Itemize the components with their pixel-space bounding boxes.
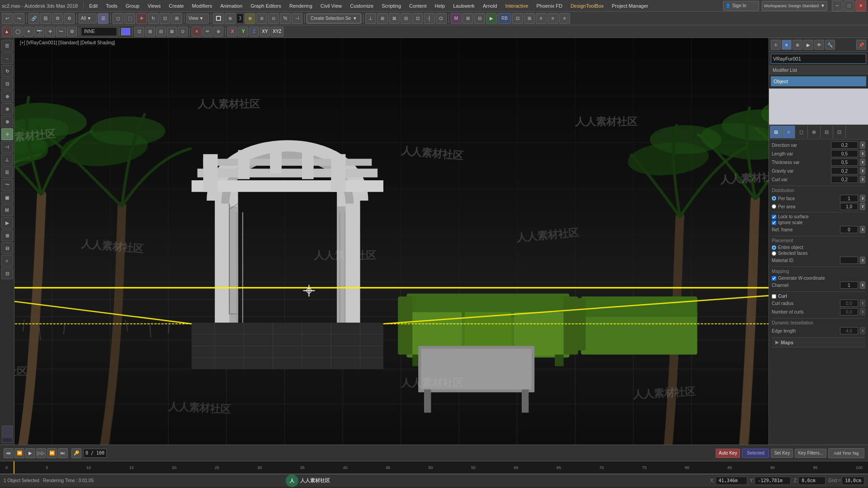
grid3-btn[interactable]: ⊟ xyxy=(401,13,411,24)
move-btn[interactable]: ✛ xyxy=(136,13,147,24)
rp-disp-tab[interactable]: ◻ xyxy=(795,126,808,138)
link-btn[interactable]: 🔗 xyxy=(28,13,39,24)
menu-modifiers[interactable]: Modifiers xyxy=(189,1,216,11)
geom-btn[interactable]: ▲ xyxy=(2,27,12,37)
go-end-btn[interactable]: ⏭ xyxy=(58,448,68,458)
vray-btn[interactable]: RB xyxy=(498,13,511,24)
delete-btn[interactable]: ✕ xyxy=(192,27,202,37)
modifier-name-input[interactable] xyxy=(771,54,866,64)
minimize-btn[interactable]: ─ xyxy=(832,0,843,11)
gen-w-coord-check[interactable] xyxy=(772,276,776,281)
menu-tools[interactable]: Tools xyxy=(102,1,121,11)
ring-btn[interactable]: ⊙ xyxy=(178,27,188,37)
space-warp-btn[interactable]: 〜 xyxy=(56,27,66,37)
rp-util-tab[interactable]: ⊡ xyxy=(833,126,846,138)
selected-btn[interactable]: Selected xyxy=(742,449,769,458)
length-var-spin[interactable]: ⬆ xyxy=(860,150,865,157)
snap5-btn[interactable]: ⊙ xyxy=(268,13,279,24)
timeline-track[interactable]: 0 5 10 15 20 25 30 35 40 45 50 55 60 65 … xyxy=(0,461,868,474)
curl-var-spin[interactable]: ⬆ xyxy=(860,176,865,183)
snap-btn[interactable]: 🔳 xyxy=(213,13,224,24)
timeline-scrubber[interactable] xyxy=(14,461,14,474)
object-name-field[interactable]: INNE xyxy=(81,27,117,36)
prev-frame-btn[interactable]: ⏪ xyxy=(14,448,24,458)
play-options-btn[interactable]: ▷▷ xyxy=(36,448,46,458)
more2-btn[interactable]: ≡ xyxy=(547,13,558,24)
per-face-spin[interactable]: ⬆ xyxy=(860,195,865,202)
cam-btn[interactable]: 📷 xyxy=(34,27,44,37)
rp-modifier-icon[interactable]: ≡ xyxy=(782,40,792,50)
scale-left-icon[interactable]: ⊡ xyxy=(1,78,13,89)
per-area-value[interactable]: 1,0 xyxy=(840,203,858,210)
maps-header[interactable]: ▶ Maps xyxy=(772,338,865,347)
mat-editor-btn[interactable]: M xyxy=(451,13,462,24)
unlink-btn[interactable]: ⛓ xyxy=(40,13,51,24)
menu-laubwerk[interactable]: Laubwerk xyxy=(449,1,478,11)
param-left-icon[interactable]: ≡ xyxy=(1,255,13,267)
bind-attr-btn[interactable]: ⚙ xyxy=(64,13,75,24)
menu-content[interactable]: Content xyxy=(406,1,430,11)
scale2-btn[interactable]: ⊞ xyxy=(171,13,182,24)
menu-edit[interactable]: Edit xyxy=(85,1,101,11)
env-left-icon[interactable]: ⊞ xyxy=(1,230,13,241)
mirror-left-icon[interactable]: ⊣ xyxy=(1,141,13,153)
next-frame-btn[interactable]: ⏩ xyxy=(47,448,57,458)
menu-phoenix-fd[interactable]: Phoenix FD xyxy=(533,1,566,11)
select-region-btn[interactable]: ⬚ xyxy=(124,13,135,24)
menu-views[interactable]: Views xyxy=(144,1,164,11)
bind-space-btn[interactable]: ⚙ xyxy=(52,13,63,24)
material-id-spin[interactable]: ⬆ xyxy=(860,257,865,264)
ignore-scale-check[interactable] xyxy=(772,221,776,225)
x-axis-btn[interactable]: X xyxy=(227,27,237,37)
vray3-btn[interactable]: ⊞ xyxy=(524,13,535,24)
rp-hierarchy-icon[interactable]: ⊕ xyxy=(793,40,802,50)
curl-check[interactable] xyxy=(772,294,776,299)
select-left-icon[interactable]: ☰ xyxy=(1,40,13,52)
color-swatch[interactable] xyxy=(121,28,130,35)
set-key-btn[interactable]: Set Key xyxy=(771,449,793,458)
menu-scripting[interactable]: Scripting xyxy=(378,1,405,11)
mat-left-icon[interactable]: M xyxy=(1,204,13,216)
grid2-btn[interactable]: ⊠ xyxy=(389,13,400,24)
more-btn[interactable]: ≡ xyxy=(536,13,547,24)
more-left-icon[interactable]: ⊡ xyxy=(1,267,13,279)
per-face-value[interactable]: 1 xyxy=(840,195,858,202)
thickness-var-value[interactable]: 0,5 xyxy=(831,159,858,166)
render-setup-btn[interactable]: ⊞ xyxy=(462,13,473,24)
menu-design-toolbox[interactable]: DesignToolBox xyxy=(567,1,607,11)
channel-value[interactable]: 1 xyxy=(840,282,858,289)
redo-btn[interactable]: ↪ xyxy=(14,13,24,24)
gravity-var-value[interactable]: 0,2 xyxy=(831,167,858,174)
grid-btn[interactable]: ⊞ xyxy=(377,13,388,24)
ref-frame-spin[interactable]: ⬆ xyxy=(860,226,865,233)
color1-icon[interactable] xyxy=(2,426,13,436)
render-left-icon[interactable]: ▶ xyxy=(1,217,13,229)
snap4-btn[interactable]: ⊘ xyxy=(256,13,267,24)
y-axis-btn[interactable]: Y xyxy=(238,27,248,37)
menu-graph-editors[interactable]: Graph Editors xyxy=(247,1,285,11)
selected-faces-radio[interactable] xyxy=(772,251,776,256)
material-id-value[interactable] xyxy=(840,257,858,264)
rp-params-tab[interactable]: ⊞ xyxy=(770,126,783,138)
more3-btn[interactable]: ≡ xyxy=(559,13,570,24)
thickness-var-spin[interactable]: ⬆ xyxy=(860,159,865,166)
helper-btn[interactable]: ✛ xyxy=(45,27,55,37)
frame-counter[interactable]: 0 / 100 xyxy=(83,449,107,458)
align-left-icon[interactable]: ⊥ xyxy=(1,154,13,165)
close-btn[interactable]: ✕ xyxy=(855,0,866,11)
menu-animation[interactable]: Animation xyxy=(217,1,246,11)
menu-group[interactable]: Group xyxy=(122,1,143,11)
per-face-radio[interactable] xyxy=(772,196,776,201)
restore-btn[interactable]: □ xyxy=(844,0,854,11)
snap3-left-icon[interactable]: ✛ xyxy=(1,128,13,140)
layer-left-icon[interactable]: ☰ xyxy=(1,166,13,178)
add-time-tag-btn[interactable]: Add Time Tag xyxy=(828,448,864,458)
length-var-value[interactable]: 0,5 xyxy=(831,150,858,157)
go-start-btn[interactable]: ⏮ xyxy=(4,448,14,458)
rp-hier-tab[interactable]: ⊕ xyxy=(808,126,821,138)
menu-interactive[interactable]: Interactive xyxy=(502,1,532,11)
grow-btn[interactable]: ⊞ xyxy=(145,27,155,37)
undo-btn[interactable]: ↩ xyxy=(2,13,13,24)
xyz-axis-btn[interactable]: XYZ xyxy=(271,27,283,37)
render-btn[interactable]: ▶ xyxy=(486,13,497,24)
